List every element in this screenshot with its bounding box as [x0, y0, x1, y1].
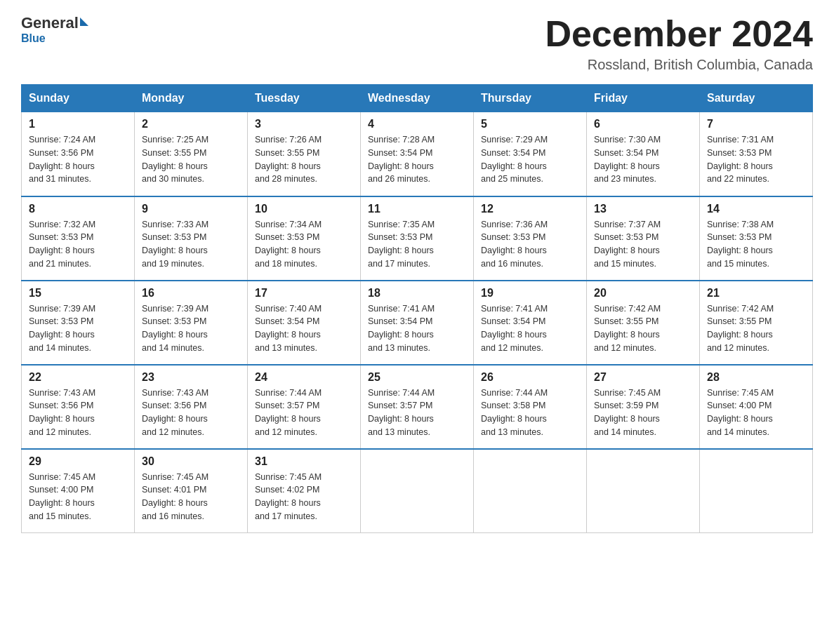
day-info: Sunrise: 7:39 AM Sunset: 3:53 PM Dayligh…	[29, 302, 127, 355]
table-row: 24 Sunrise: 7:44 AM Sunset: 3:57 PM Dayl…	[248, 365, 361, 449]
day-info: Sunrise: 7:26 AM Sunset: 3:55 PM Dayligh…	[255, 133, 353, 186]
day-number: 19	[481, 287, 579, 300]
day-info: Sunrise: 7:44 AM Sunset: 3:58 PM Dayligh…	[481, 387, 579, 439]
table-row	[361, 449, 474, 533]
day-number: 13	[594, 203, 692, 215]
day-info: Sunrise: 7:37 AM Sunset: 3:53 PM Dayligh…	[594, 218, 692, 271]
table-row: 4 Sunrise: 7:28 AM Sunset: 3:54 PM Dayli…	[361, 112, 474, 196]
calendar-header-row: Sunday Monday Tuesday Wednesday Thursday…	[22, 85, 813, 112]
table-row: 18 Sunrise: 7:41 AM Sunset: 3:54 PM Dayl…	[361, 281, 474, 365]
day-number: 18	[368, 287, 466, 300]
table-row: 12 Sunrise: 7:36 AM Sunset: 3:53 PM Dayl…	[474, 196, 587, 281]
col-saturday: Saturday	[700, 85, 813, 112]
day-info: Sunrise: 7:42 AM Sunset: 3:55 PM Dayligh…	[594, 302, 692, 355]
table-row: 2 Sunrise: 7:25 AM Sunset: 3:55 PM Dayli…	[135, 112, 248, 196]
day-info: Sunrise: 7:43 AM Sunset: 3:56 PM Dayligh…	[29, 387, 127, 439]
logo: General Blue	[21, 14, 88, 45]
calendar-week-row: 29 Sunrise: 7:45 AM Sunset: 4:00 PM Dayl…	[22, 449, 813, 533]
table-row: 23 Sunrise: 7:43 AM Sunset: 3:56 PM Dayl…	[135, 365, 248, 449]
table-row: 15 Sunrise: 7:39 AM Sunset: 3:53 PM Dayl…	[22, 281, 135, 365]
table-row: 19 Sunrise: 7:41 AM Sunset: 3:54 PM Dayl…	[474, 281, 587, 365]
day-number: 4	[368, 118, 466, 130]
day-info: Sunrise: 7:36 AM Sunset: 3:53 PM Dayligh…	[481, 218, 579, 271]
day-number: 12	[481, 203, 579, 215]
day-number: 8	[29, 203, 127, 215]
table-row	[700, 449, 813, 533]
table-row: 25 Sunrise: 7:44 AM Sunset: 3:57 PM Dayl…	[361, 365, 474, 449]
day-number: 28	[707, 371, 805, 384]
day-info: Sunrise: 7:30 AM Sunset: 3:54 PM Dayligh…	[594, 133, 692, 186]
col-wednesday: Wednesday	[361, 85, 474, 112]
col-tuesday: Tuesday	[248, 85, 361, 112]
page-header: General Blue December 2024 Rossland, Bri…	[21, 14, 813, 73]
table-row: 22 Sunrise: 7:43 AM Sunset: 3:56 PM Dayl…	[22, 365, 135, 449]
day-number: 25	[368, 371, 466, 384]
day-number: 23	[142, 371, 240, 384]
day-number: 24	[255, 371, 353, 384]
table-row: 28 Sunrise: 7:45 AM Sunset: 4:00 PM Dayl…	[700, 365, 813, 449]
day-number: 16	[142, 287, 240, 300]
table-row: 31 Sunrise: 7:45 AM Sunset: 4:02 PM Dayl…	[248, 449, 361, 533]
col-friday: Friday	[587, 85, 700, 112]
day-info: Sunrise: 7:25 AM Sunset: 3:55 PM Dayligh…	[142, 133, 240, 186]
table-row: 17 Sunrise: 7:40 AM Sunset: 3:54 PM Dayl…	[248, 281, 361, 365]
day-number: 7	[707, 118, 805, 130]
day-info: Sunrise: 7:45 AM Sunset: 4:00 PM Dayligh…	[29, 471, 127, 523]
day-number: 20	[594, 287, 692, 300]
day-info: Sunrise: 7:33 AM Sunset: 3:53 PM Dayligh…	[142, 218, 240, 271]
calendar-week-row: 1 Sunrise: 7:24 AM Sunset: 3:56 PM Dayli…	[22, 112, 813, 196]
table-row: 21 Sunrise: 7:42 AM Sunset: 3:55 PM Dayl…	[700, 281, 813, 365]
day-number: 10	[255, 203, 353, 215]
day-info: Sunrise: 7:42 AM Sunset: 3:55 PM Dayligh…	[707, 302, 805, 355]
table-row: 6 Sunrise: 7:30 AM Sunset: 3:54 PM Dayli…	[587, 112, 700, 196]
day-info: Sunrise: 7:39 AM Sunset: 3:53 PM Dayligh…	[142, 302, 240, 355]
day-info: Sunrise: 7:34 AM Sunset: 3:53 PM Dayligh…	[255, 218, 353, 271]
day-info: Sunrise: 7:41 AM Sunset: 3:54 PM Dayligh…	[368, 302, 466, 355]
day-number: 3	[255, 118, 353, 130]
table-row: 13 Sunrise: 7:37 AM Sunset: 3:53 PM Dayl…	[587, 196, 700, 281]
day-info: Sunrise: 7:28 AM Sunset: 3:54 PM Dayligh…	[368, 133, 466, 186]
table-row: 11 Sunrise: 7:35 AM Sunset: 3:53 PM Dayl…	[361, 196, 474, 281]
table-row: 20 Sunrise: 7:42 AM Sunset: 3:55 PM Dayl…	[587, 281, 700, 365]
logo-blue-text: Blue	[21, 32, 46, 44]
logo-general-text: General	[21, 14, 79, 32]
day-info: Sunrise: 7:44 AM Sunset: 3:57 PM Dayligh…	[255, 387, 353, 439]
calendar-week-row: 22 Sunrise: 7:43 AM Sunset: 3:56 PM Dayl…	[22, 365, 813, 449]
col-thursday: Thursday	[474, 85, 587, 112]
day-info: Sunrise: 7:31 AM Sunset: 3:53 PM Dayligh…	[707, 133, 805, 186]
table-row: 8 Sunrise: 7:32 AM Sunset: 3:53 PM Dayli…	[22, 196, 135, 281]
day-info: Sunrise: 7:43 AM Sunset: 3:56 PM Dayligh…	[142, 387, 240, 439]
day-number: 31	[255, 455, 353, 468]
calendar-week-row: 8 Sunrise: 7:32 AM Sunset: 3:53 PM Dayli…	[22, 196, 813, 281]
month-title: December 2024	[545, 14, 813, 54]
day-number: 5	[481, 118, 579, 130]
title-section: December 2024 Rossland, British Columbia…	[545, 14, 813, 73]
table-row: 3 Sunrise: 7:26 AM Sunset: 3:55 PM Dayli…	[248, 112, 361, 196]
day-number: 11	[368, 203, 466, 215]
table-row: 14 Sunrise: 7:38 AM Sunset: 3:53 PM Dayl…	[700, 196, 813, 281]
day-info: Sunrise: 7:40 AM Sunset: 3:54 PM Dayligh…	[255, 302, 353, 355]
day-info: Sunrise: 7:45 AM Sunset: 4:01 PM Dayligh…	[142, 471, 240, 523]
table-row: 27 Sunrise: 7:45 AM Sunset: 3:59 PM Dayl…	[587, 365, 700, 449]
day-number: 22	[29, 371, 127, 384]
table-row: 9 Sunrise: 7:33 AM Sunset: 3:53 PM Dayli…	[135, 196, 248, 281]
day-number: 29	[29, 455, 127, 468]
day-number: 14	[707, 203, 805, 215]
table-row: 5 Sunrise: 7:29 AM Sunset: 3:54 PM Dayli…	[474, 112, 587, 196]
day-number: 17	[255, 287, 353, 300]
day-number: 9	[142, 203, 240, 215]
day-number: 26	[481, 371, 579, 384]
day-number: 2	[142, 118, 240, 130]
table-row	[474, 449, 587, 533]
day-info: Sunrise: 7:29 AM Sunset: 3:54 PM Dayligh…	[481, 133, 579, 186]
table-row: 1 Sunrise: 7:24 AM Sunset: 3:56 PM Dayli…	[22, 112, 135, 196]
day-number: 1	[29, 118, 127, 130]
day-info: Sunrise: 7:41 AM Sunset: 3:54 PM Dayligh…	[481, 302, 579, 355]
day-info: Sunrise: 7:45 AM Sunset: 4:00 PM Dayligh…	[707, 387, 805, 439]
table-row	[587, 449, 700, 533]
day-number: 15	[29, 287, 127, 300]
day-info: Sunrise: 7:45 AM Sunset: 3:59 PM Dayligh…	[594, 387, 692, 439]
col-sunday: Sunday	[22, 85, 135, 112]
location-subtitle: Rossland, British Columbia, Canada	[545, 57, 813, 73]
calendar-table: Sunday Monday Tuesday Wednesday Thursday…	[21, 84, 813, 533]
